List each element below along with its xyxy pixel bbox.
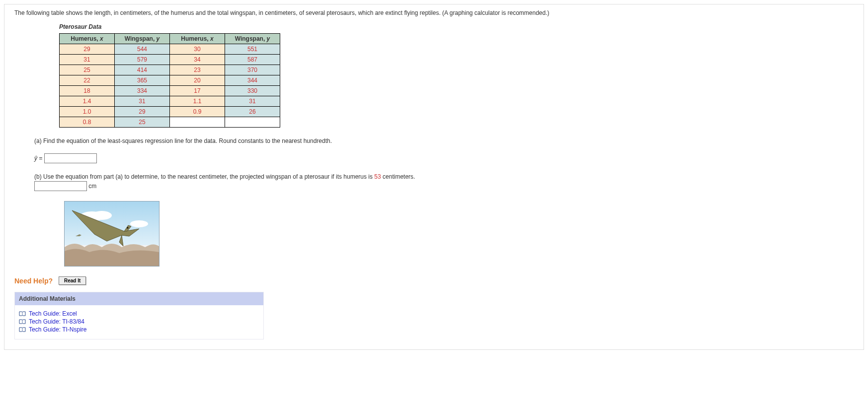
cell-wingspan: 344 bbox=[225, 75, 280, 86]
table-row: 2541423370 bbox=[60, 65, 280, 75]
col-header-humerus-2: Humerus, x bbox=[170, 34, 225, 44]
cell-humerus: 0.8 bbox=[60, 117, 115, 128]
part-a-answer-input[interactable] bbox=[44, 153, 97, 163]
book-icon bbox=[19, 311, 26, 316]
cell-wingspan: 31 bbox=[225, 96, 280, 107]
cell-wingspan: 365 bbox=[115, 75, 170, 86]
svg-point-5 bbox=[127, 227, 129, 229]
additional-materials-header: Additional Materials bbox=[15, 292, 263, 305]
need-help-label: Need Help? bbox=[14, 277, 53, 285]
tech-guide-label: Tech Guide: TI-83/84 bbox=[29, 318, 84, 325]
part-b-text: (b) Use the equation from part (a) to de… bbox=[34, 173, 854, 180]
need-help-row: Need Help? Read It bbox=[14, 276, 854, 285]
cell-humerus: 0.9 bbox=[170, 107, 225, 117]
cell-humerus: 30 bbox=[170, 44, 225, 55]
table-row: 2236520344 bbox=[60, 75, 280, 86]
tech-guide-link[interactable]: Tech Guide: TI-Nspire bbox=[19, 326, 259, 333]
part-a-text: (a) Find the equation of the least-squar… bbox=[34, 137, 854, 144]
cell-humerus: 34 bbox=[170, 55, 225, 65]
cell-humerus: 25 bbox=[60, 65, 115, 75]
intro-text: The following table shows the length, in… bbox=[14, 9, 854, 16]
cell-humerus: 1.0 bbox=[60, 107, 115, 117]
cell-humerus: 1.4 bbox=[60, 96, 115, 107]
cell-wingspan bbox=[225, 117, 280, 128]
cell-wingspan: 370 bbox=[225, 65, 280, 75]
cell-humerus: 20 bbox=[170, 75, 225, 86]
part-b-unit: cm bbox=[88, 183, 96, 190]
cell-humerus: 18 bbox=[60, 86, 115, 96]
cell-wingspan: 25 bbox=[115, 117, 170, 128]
cell-wingspan: 31 bbox=[115, 96, 170, 107]
cell-wingspan: 587 bbox=[225, 55, 280, 65]
cell-wingspan: 29 bbox=[115, 107, 170, 117]
col-header-wingspan-2: Wingspan, y bbox=[225, 34, 280, 44]
part-b: (b) Use the equation from part (a) to de… bbox=[34, 173, 854, 191]
cell-humerus: 17 bbox=[170, 86, 225, 96]
table-row: 0.825 bbox=[60, 117, 280, 128]
table-row: 1.0290.926 bbox=[60, 107, 280, 117]
book-icon bbox=[19, 319, 26, 324]
tech-guide-label: Tech Guide: Excel bbox=[29, 310, 77, 317]
cell-wingspan: 26 bbox=[225, 107, 280, 117]
cell-humerus: 31 bbox=[60, 55, 115, 65]
part-b-value: 53 bbox=[374, 173, 381, 180]
cell-humerus: 1.1 bbox=[170, 96, 225, 107]
cell-wingspan: 551 bbox=[225, 44, 280, 55]
cell-wingspan: 330 bbox=[225, 86, 280, 96]
tech-guide-link[interactable]: Tech Guide: TI-83/84 bbox=[19, 318, 259, 325]
svg-point-4 bbox=[130, 220, 148, 227]
tech-guide-link[interactable]: Tech Guide: Excel bbox=[19, 310, 259, 317]
svg-point-3 bbox=[92, 211, 112, 220]
cell-humerus bbox=[170, 117, 225, 128]
cell-humerus: 23 bbox=[170, 65, 225, 75]
col-header-humerus-1: Humerus, x bbox=[60, 34, 115, 44]
table-row: 1833417330 bbox=[60, 86, 280, 96]
table-row: 1.4311.131 bbox=[60, 96, 280, 107]
cell-humerus: 29 bbox=[60, 44, 115, 55]
additional-materials-box: Additional Materials Tech Guide: ExcelTe… bbox=[14, 292, 264, 339]
book-icon bbox=[19, 327, 26, 332]
table-row: 2954430551 bbox=[60, 44, 280, 55]
cell-humerus: 22 bbox=[60, 75, 115, 86]
cell-wingspan: 544 bbox=[115, 44, 170, 55]
read-it-button[interactable]: Read It bbox=[59, 276, 86, 285]
table-row: 3157934587 bbox=[60, 55, 280, 65]
table-title: Pterosaur Data bbox=[59, 23, 854, 30]
part-a: (a) Find the equation of the least-squar… bbox=[34, 137, 854, 163]
cell-wingspan: 334 bbox=[115, 86, 170, 96]
pterosaur-data-table: Humerus, x Wingspan, y Humerus, x Wingsp… bbox=[59, 33, 280, 128]
question-block: (a) Find the equation of the least-squar… bbox=[34, 137, 854, 267]
pterosaur-illustration bbox=[64, 201, 159, 267]
cell-wingspan: 414 bbox=[115, 65, 170, 75]
part-b-answer-input[interactable] bbox=[34, 181, 87, 191]
col-header-wingspan-1: Wingspan, y bbox=[115, 34, 170, 44]
tech-guide-label: Tech Guide: TI-Nspire bbox=[29, 326, 87, 333]
cell-wingspan: 579 bbox=[115, 55, 170, 65]
equation-prefix: ŷ = bbox=[34, 155, 42, 162]
question-container: The following table shows the length, in… bbox=[4, 4, 864, 350]
